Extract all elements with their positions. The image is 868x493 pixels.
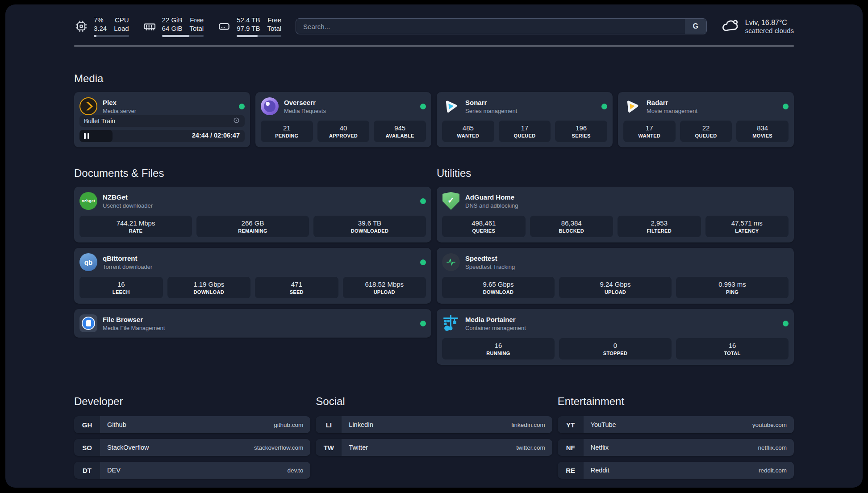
link-item-youtube[interactable]: YT YouTube youtube.com bbox=[558, 416, 794, 433]
stat-box-total: 16 TOTAL bbox=[676, 338, 789, 359]
stat-box-queued: 22 QUEUED bbox=[680, 121, 732, 142]
link-item-dev[interactable]: DT DEV dev.to bbox=[74, 462, 310, 479]
online-status-dot bbox=[420, 321, 426, 326]
app-name: Overseerr bbox=[284, 98, 326, 107]
documents-card-list: nzbget NZBGet Usenet downloader 744.21 M… bbox=[74, 187, 431, 338]
stat-label: MOVIES bbox=[738, 133, 787, 138]
section-title-documents: Documents & Files bbox=[74, 167, 431, 180]
link-item-linkedin[interactable]: LI LinkedIn linkedin.com bbox=[316, 416, 552, 433]
link-url: twitter.com bbox=[516, 444, 545, 451]
stat-box-rate: 744.21 Mbps RATE bbox=[79, 216, 192, 237]
stat-box-filtered: 2,953 FILTERED bbox=[618, 216, 701, 237]
stat-box-download: 1.19 Gbps DOWNLOAD bbox=[167, 277, 251, 298]
app-card-sonarr[interactable]: Sonarr Series management 485 WANTED 17 Q… bbox=[437, 92, 613, 147]
stat-box-download: 9.65 Gbps DOWNLOAD bbox=[442, 277, 555, 298]
link-name: Github bbox=[107, 421, 126, 428]
stat-label: DOWNLOAD bbox=[444, 289, 553, 295]
stat-box-queries: 498,461 QUERIES bbox=[442, 216, 526, 237]
disk-icon bbox=[217, 19, 231, 33]
stat-label: WANTED bbox=[625, 133, 674, 138]
stat-label: SERIES bbox=[557, 133, 605, 138]
section-title-social: Social bbox=[316, 395, 552, 408]
link-name: Reddit bbox=[591, 467, 609, 474]
link-item-stackoverflow[interactable]: SO StackOverflow stackoverflow.com bbox=[74, 439, 310, 456]
link-pill: YouTube youtube.com bbox=[584, 416, 794, 433]
stat-value: 39.6 TB bbox=[315, 219, 424, 227]
link-item-github[interactable]: GH Github github.com bbox=[74, 416, 310, 433]
utilities-column: Utilities ✓ AdGuard Home DNS and adblock… bbox=[437, 167, 794, 365]
app-card-speedtest[interactable]: Speedtest Speedtest Tracking 9.65 Gbps D… bbox=[437, 248, 794, 304]
app-description: Torrent downloader bbox=[103, 263, 152, 271]
stat-label: BLOCKED bbox=[532, 228, 612, 234]
stat-box-upload: 9.24 Gbps UPLOAD bbox=[559, 277, 672, 298]
online-status-dot bbox=[420, 259, 426, 265]
hardware-progress-bar bbox=[94, 35, 129, 37]
online-status-dot bbox=[420, 104, 426, 109]
player-seek-bar[interactable]: 24:44 / 02:06:47 bbox=[79, 130, 245, 142]
app-stats-row: 16 LEECH 1.19 Gbps DOWNLOAD 471 SEED 618… bbox=[79, 277, 426, 298]
pause-icon[interactable] bbox=[84, 133, 89, 139]
app-card-titles: NZBGet Usenet downloader bbox=[103, 193, 153, 209]
app-description: Series management bbox=[465, 107, 517, 115]
stat-label: RATE bbox=[81, 228, 190, 234]
link-pill: Netflix netflix.com bbox=[584, 439, 794, 456]
app-stats-row: 498,461 QUERIES 86,384 BLOCKED 2,953 FIL… bbox=[442, 216, 789, 237]
session-options-icon[interactable] bbox=[233, 117, 240, 125]
link-item-reddit[interactable]: RE Reddit reddit.com bbox=[558, 462, 794, 479]
portainer-icon bbox=[442, 314, 460, 332]
stat-box-movies: 834 MOVIES bbox=[736, 121, 789, 142]
stat-label: FILTERED bbox=[619, 228, 699, 234]
app-card-qbittorrent[interactable]: qb qBittorrent Torrent downloader 16 LEE… bbox=[74, 248, 431, 304]
app-description: Media Requests bbox=[284, 107, 326, 115]
stat-label: SEED bbox=[257, 289, 337, 295]
app-description: DNS and adblocking bbox=[465, 202, 518, 209]
link-item-netflix[interactable]: NF Netflix netflix.com bbox=[558, 439, 794, 456]
stat-value: 9.65 Gbps bbox=[444, 280, 553, 288]
player-time: 24:44 / 02:06:47 bbox=[192, 132, 240, 139]
link-url: reddit.com bbox=[759, 467, 787, 474]
link-url: dev.to bbox=[288, 467, 304, 474]
search-input[interactable] bbox=[296, 19, 685, 34]
search-engine-button[interactable]: G bbox=[685, 19, 706, 34]
stat-label: STOPPED bbox=[561, 351, 670, 356]
app-card-nzbget[interactable]: nzbget NZBGet Usenet downloader 744.21 M… bbox=[74, 187, 431, 242]
link-abbreviation: NF bbox=[558, 439, 584, 456]
app-name: Radarr bbox=[647, 98, 697, 107]
app-card-overseerr[interactable]: Overseerr Media Requests 21 PENDING 40 A… bbox=[255, 92, 431, 147]
stat-box-series: 196 SERIES bbox=[555, 121, 607, 142]
app-card-titles: qBittorrent Torrent downloader bbox=[103, 254, 152, 271]
app-card-media-portainer[interactable]: Media Portainer Container management 16 … bbox=[437, 309, 794, 365]
stat-value: 22 bbox=[682, 124, 730, 132]
link-pill: DEV dev.to bbox=[100, 462, 310, 479]
stat-value: 485 bbox=[444, 124, 492, 132]
link-list: GH Github github.com SO StackOverflow st… bbox=[74, 416, 310, 479]
section-title-entertainment: Entertainment bbox=[558, 395, 794, 408]
app-stats-row: 9.65 Gbps DOWNLOAD 9.24 Gbps UPLOAD 0.99… bbox=[442, 277, 789, 298]
app-card-file-browser[interactable]: File Browser Media File Management bbox=[74, 309, 431, 338]
stat-value: 498,461 bbox=[444, 219, 524, 227]
stat-value: 21 bbox=[263, 124, 311, 132]
radarr-icon bbox=[623, 97, 641, 115]
stat-box-upload: 618.52 Mbps UPLOAD bbox=[343, 277, 426, 298]
link-pill: StackOverflow stackoverflow.com bbox=[100, 439, 310, 456]
link-url: netflix.com bbox=[758, 444, 787, 451]
stat-value: 1.19 Gbps bbox=[169, 280, 249, 288]
online-status-dot bbox=[783, 104, 789, 109]
weather-location-temp: Lviv, 16.87°C bbox=[745, 19, 794, 27]
app-card-adguard-home[interactable]: ✓ AdGuard Home DNS and adblocking 498,46… bbox=[437, 187, 794, 242]
app-card-plex[interactable]: Plex Media server Bullet Train 24:44 / 0… bbox=[74, 92, 250, 147]
filebrowser-icon bbox=[79, 314, 97, 332]
stat-value: 40 bbox=[319, 124, 368, 132]
app-stats-row: 485 WANTED 17 QUEUED 196 SERIES bbox=[442, 121, 607, 142]
app-name: Speedtest bbox=[465, 254, 515, 263]
app-description: Media server bbox=[103, 107, 136, 115]
stat-box-available: 945 AVAILABLE bbox=[374, 121, 426, 142]
app-card-radarr[interactable]: Radarr Movie management 17 WANTED 22 QUE… bbox=[618, 92, 794, 147]
section-title-media: Media bbox=[74, 72, 794, 85]
stat-label: QUERIES bbox=[444, 228, 524, 234]
app-description: Media File Management bbox=[103, 324, 165, 332]
link-item-twitter[interactable]: TW Twitter twitter.com bbox=[316, 439, 552, 456]
app-card-titles: Speedtest Speedtest Tracking bbox=[465, 254, 515, 271]
link-name: LinkedIn bbox=[349, 421, 373, 428]
link-abbreviation: SO bbox=[74, 439, 100, 456]
